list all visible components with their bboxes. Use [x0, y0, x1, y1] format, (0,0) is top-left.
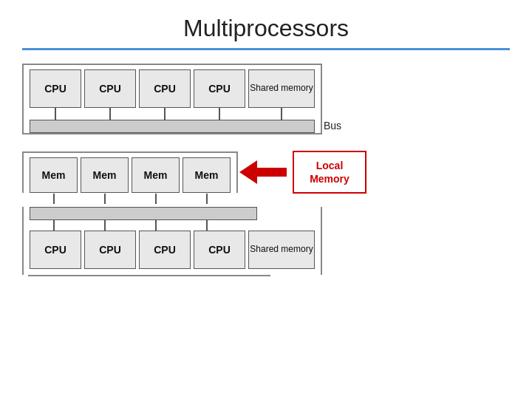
arrow-shaft: [257, 168, 287, 177]
diagram: CPU CPU CPU CPU Shared memory: [22, 64, 510, 276]
cpu-box-b2: CPU: [84, 231, 136, 269]
shared-memory-bottom: Shared memory: [248, 231, 315, 269]
mem-box-2: Mem: [81, 157, 129, 193]
title-divider: [22, 48, 510, 50]
cpu-box-2: CPU: [84, 69, 136, 108]
cpu-box-b4: CPU: [194, 231, 245, 269]
bus-label-top: Bus: [324, 120, 341, 132]
arrow-head: [239, 160, 257, 184]
local-memory-box: LocalMemory: [293, 151, 366, 194]
page-title: Multiprocessors: [22, 15, 510, 42]
cpu-box-b1: CPU: [30, 231, 81, 269]
cpu-box-4: CPU: [194, 69, 245, 108]
bottom-section: Mem Mem Mem Mem LocalMemory: [22, 151, 510, 276]
mem-box-3: Mem: [132, 157, 180, 193]
mem-box-4: Mem: [183, 157, 231, 193]
top-section: CPU CPU CPU CPU Shared memory: [22, 64, 510, 134]
cpu-box-3: CPU: [139, 69, 191, 108]
page: Multiprocessors CPU CPU CPU CPU Shared m…: [0, 0, 532, 399]
mem-box-1: Mem: [30, 157, 78, 193]
cpu-box-b3: CPU: [139, 231, 191, 269]
shared-memory-top: Shared memory: [248, 69, 315, 108]
cpu-box-1: CPU: [30, 69, 81, 108]
